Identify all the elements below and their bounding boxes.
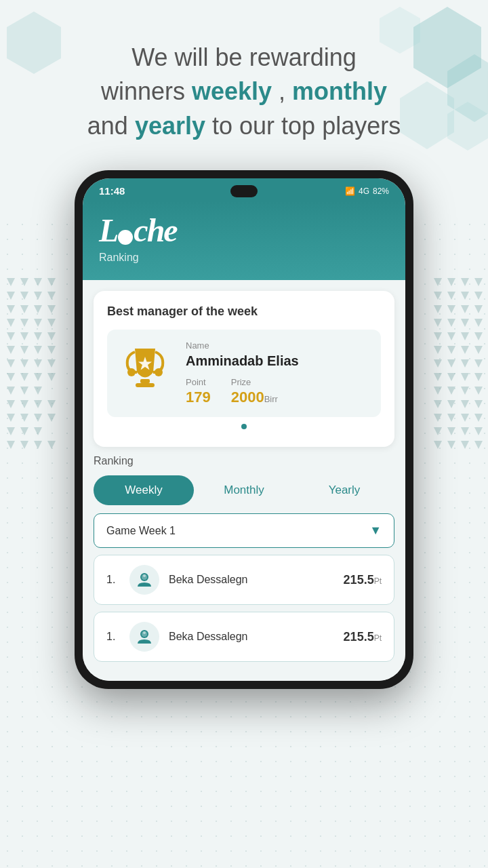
status-icons: 📶 4G 82% [345, 186, 389, 196]
manager-name-label: Name [186, 340, 370, 351]
player-name-1: Beka Dessalegn [169, 574, 334, 586]
svg-point-115 [143, 574, 146, 577]
camera-notch [230, 185, 258, 197]
svg-point-111 [127, 368, 136, 376]
svg-point-118 [143, 631, 146, 634]
trophy-icon [118, 342, 172, 406]
svg-point-112 [155, 368, 163, 376]
point-value: 179 [186, 389, 211, 406]
best-manager-title: Best manager of the week [107, 304, 381, 319]
tab-yearly[interactable]: Yearly [294, 475, 394, 505]
game-week-dropdown[interactable]: Game Week 1 ▼ [94, 513, 394, 548]
player-avatar-2 [129, 622, 159, 652]
manager-name: Amminadab Elias [186, 353, 370, 369]
ranking-tabs: Weekly Monthly Yearly [94, 475, 394, 505]
phone-mockup: 11:48 📶 4G 82% Lche Ranking [75, 170, 413, 689]
battery-icon: 82% [373, 186, 389, 196]
ranking-row-2: 1. Beka Dessalegn 215.5Pt [94, 612, 394, 662]
carousel-dot-active [241, 424, 247, 429]
manager-stats: Point 179 Prize 2000Birr [186, 377, 370, 406]
tab-monthly[interactable]: Monthly [194, 475, 294, 505]
headline: We will be rewarding winners weekly , mo… [47, 41, 441, 143]
app-logo: Lche [99, 212, 389, 249]
player-name-2: Beka Dessalegn [169, 631, 334, 643]
rank-number-2: 1. [106, 631, 120, 643]
stat-prize: Prize 2000Birr [231, 377, 278, 406]
svg-rect-110 [136, 383, 155, 387]
prize-value: 2000Birr [231, 389, 278, 406]
manager-info-row: Name Amminadab Elias Point 179 Prize [107, 330, 381, 417]
dropdown-arrow-icon: ▼ [369, 524, 382, 538]
ranking-row-1: 1. Beka Dessalegn 215.5Pt [94, 555, 394, 605]
ranking-header-label: Ranking [99, 252, 389, 264]
player-score-2: 215.5Pt [344, 630, 382, 644]
carousel-dots [107, 424, 381, 429]
ranking-section: Ranking Weekly Monthly Yearly Game Week … [94, 455, 394, 662]
app-body: Best manager of the week [83, 280, 405, 681]
dropdown-label: Game Week 1 [106, 525, 176, 537]
rank-number-1: 1. [106, 574, 120, 586]
app-header: Lche Ranking [83, 201, 405, 280]
status-time: 11:48 [99, 185, 125, 197]
player-avatar-1 [129, 565, 159, 595]
manager-details: Name Amminadab Elias Point 179 Prize [186, 340, 370, 406]
stat-point: Point 179 [186, 377, 211, 406]
best-manager-card: Best manager of the week [94, 291, 394, 447]
tab-weekly[interactable]: Weekly [94, 475, 194, 505]
svg-rect-109 [140, 379, 150, 383]
signal-icon: 4G [359, 186, 369, 196]
player-score-1: 215.5Pt [344, 573, 382, 587]
ranking-section-title: Ranking [94, 455, 394, 467]
wifi-icon: 📶 [345, 186, 355, 196]
